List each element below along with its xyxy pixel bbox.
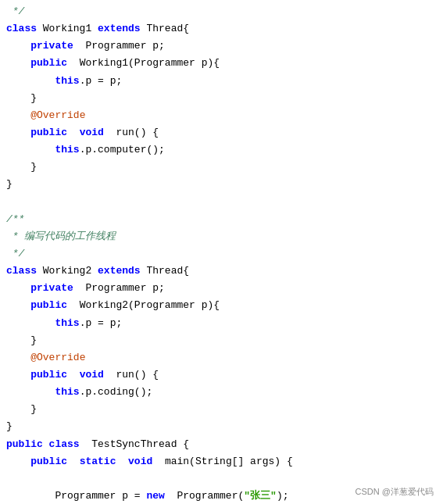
code-line: } [0, 401, 443, 418]
code-token: "张三" [244, 488, 277, 504]
code-token [6, 350, 30, 366]
code-token: ); [277, 488, 289, 504]
code-token: } [6, 419, 13, 434]
code-token: Programmer p; [73, 281, 165, 296]
code-token: public [30, 125, 67, 141]
code-line: public static void main(String[] args) { [0, 453, 443, 470]
code-token: public [30, 367, 67, 383]
code-token [6, 55, 30, 71]
code-token [6, 367, 30, 383]
code-token [6, 281, 30, 296]
code-line: } [0, 176, 443, 193]
code-line: } [0, 332, 443, 349]
code-token: new [146, 488, 164, 504]
code-token: public [6, 437, 49, 452]
code-line: * 编写代码的工作线程 [0, 228, 443, 245]
code-line [0, 470, 443, 488]
code-token: .p = p; [80, 73, 123, 89]
code-token: this [55, 384, 79, 400]
code-token: run() { [104, 367, 159, 383]
code-token [6, 142, 55, 158]
code-token: extends [98, 21, 146, 37]
code-line [0, 194, 443, 211]
code-line: @Override [0, 107, 443, 124]
code-token: Programmer p; [73, 38, 165, 54]
code-token: private [30, 281, 73, 296]
code-line: */ [0, 245, 443, 263]
code-token: .p.computer(); [80, 142, 165, 158]
code-line: private Programmer p; [0, 280, 443, 297]
code-token [67, 454, 80, 470]
code-token: Thread{ [146, 263, 189, 279]
code-token: class [6, 21, 43, 37]
code-token: Working2 [43, 263, 98, 279]
code-token: public [30, 298, 67, 313]
code-line: } [0, 159, 443, 176]
code-token [6, 125, 30, 141]
code-token [6, 384, 55, 400]
code-token: Working2(Programmer p){ [67, 298, 220, 313]
code-token: this [55, 142, 79, 158]
code-token [6, 454, 30, 470]
code-token: } [6, 402, 37, 417]
code-token: Thread{ [146, 21, 189, 37]
code-token: } [6, 177, 13, 192]
code-line: this.p = p; [0, 73, 443, 90]
code-token: this [55, 316, 79, 331]
code-token: Programmer p = [6, 488, 146, 504]
code-token: void [80, 125, 104, 141]
code-token: @Override [30, 108, 85, 123]
watermark-text: CSDN @洋葱爱代码 [355, 486, 434, 498]
code-token: /** [6, 212, 24, 227]
code-token: void [80, 367, 104, 383]
code-token: extends [98, 263, 146, 279]
code-token: public [30, 454, 67, 470]
code-token: this [55, 73, 79, 89]
code-token: private [30, 38, 73, 54]
code-token [6, 38, 30, 54]
code-token: void [128, 454, 152, 470]
code-line: } [0, 90, 443, 107]
code-line: @Override [0, 349, 443, 366]
code-token [67, 125, 80, 141]
code-token [6, 73, 55, 89]
code-token [116, 454, 128, 470]
code-token: .p.coding(); [80, 384, 153, 400]
code-token: */ [6, 4, 24, 20]
code-token: class [49, 437, 80, 452]
code-line: public Working1(Programmer p){ [0, 55, 443, 72]
code-container: */class Working1 extends Thread{ private… [0, 0, 443, 504]
code-token: * 编写代码的工作线程 [6, 229, 116, 245]
code-line: */ [0, 3, 443, 20]
code-line: this.p.coding(); [0, 384, 443, 401]
code-line: public void run() { [0, 124, 443, 141]
code-line: private Programmer p; [0, 38, 443, 55]
code-token: main(String[] args) { [152, 454, 292, 470]
code-token: } [6, 333, 37, 349]
code-token: Working1(Programmer p){ [67, 55, 220, 71]
code-token: .p = p; [80, 316, 123, 331]
code-token: } [6, 159, 37, 175]
code-token [67, 367, 80, 383]
code-line: public void run() { [0, 366, 443, 384]
code-token: class [6, 263, 43, 279]
code-token: */ [6, 246, 24, 262]
code-line: class Working2 extends Thread{ [0, 263, 443, 280]
code-token: static [80, 454, 116, 470]
code-line: public class TestSyncThread { [0, 436, 443, 453]
code-line: } [0, 418, 443, 435]
code-token [6, 108, 30, 123]
code-token: run() { [104, 125, 159, 141]
code-token: public [30, 55, 67, 71]
code-token: @Override [30, 350, 85, 366]
code-token [6, 316, 55, 331]
code-token: } [6, 91, 37, 106]
code-line: class Working1 extends Thread{ [0, 20, 443, 38]
code-line: public Working2(Programmer p){ [0, 297, 443, 314]
code-line: /** [0, 211, 443, 228]
code-line: this.p.computer(); [0, 141, 443, 159]
code-token: Programmer( [165, 488, 244, 504]
code-token [6, 298, 30, 313]
code-token: Working1 [43, 21, 98, 37]
code-token: TestSyncThread { [80, 437, 189, 452]
